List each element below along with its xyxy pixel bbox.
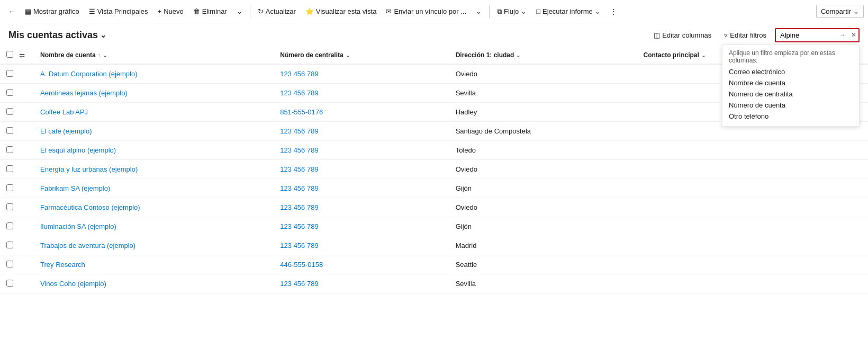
search-go-button[interactable]: → xyxy=(837,30,848,40)
col-ciudad-chevron: ⌄ xyxy=(516,52,520,58)
phone-link[interactable]: 123 456 789 xyxy=(280,203,318,211)
edit-columns-button[interactable]: ◫ Editar columnas xyxy=(649,29,716,41)
row-checkbox-cell xyxy=(0,122,17,141)
row-checkbox[interactable] xyxy=(6,222,13,229)
actualizar-button[interactable]: ↻ Actualizar xyxy=(254,5,300,17)
row-hierarchy-cell xyxy=(17,103,34,122)
row-checkbox[interactable] xyxy=(6,261,13,267)
search-dropdown: Aplique un filtro empieza por en estas c… xyxy=(722,44,860,127)
col-contacto-label: Contacto principal xyxy=(643,51,699,59)
show-chart-button[interactable]: ▦ Mostrar gráfico xyxy=(21,5,84,17)
row-centralita-cell: 123 456 789 xyxy=(274,179,449,198)
row-centralita-cell: 123 456 789 xyxy=(274,217,449,236)
row-checkbox[interactable] xyxy=(6,165,13,172)
chevron-down-icon: ⌄ xyxy=(237,7,242,15)
back-button[interactable]: ← xyxy=(4,5,20,17)
row-checkbox[interactable] xyxy=(6,146,13,153)
dropdown-item-otro[interactable]: Otro teléfono xyxy=(729,111,853,122)
enviar-dropdown-button[interactable]: ⌄ xyxy=(472,5,486,17)
row-hierarchy-cell xyxy=(17,64,34,84)
ejecutar-informe-button[interactable]: □ Ejecutar informe ⌄ xyxy=(532,5,605,17)
row-checkbox-cell xyxy=(0,179,17,198)
dropdown-item-nombre[interactable]: Nombre de cuenta xyxy=(729,77,853,88)
select-all-checkbox[interactable] xyxy=(6,51,13,58)
eliminar-button[interactable]: 🗑 Eliminar xyxy=(189,5,231,17)
row-checkbox[interactable] xyxy=(6,203,13,210)
visualizar-button[interactable]: ⭐ Visualizar esta vista xyxy=(301,5,381,17)
row-checkbox[interactable] xyxy=(6,280,13,287)
account-name-link[interactable]: El esquí alpino (ejemplo) xyxy=(40,146,116,154)
row-checkbox[interactable] xyxy=(6,108,13,115)
row-centralita-cell: 123 456 789 xyxy=(274,122,449,141)
account-name-link[interactable]: Energía y luz urbanas (ejemplo) xyxy=(40,165,138,173)
phone-link[interactable]: 123 456 789 xyxy=(280,222,318,230)
row-correo-cell xyxy=(797,141,868,160)
account-name-link[interactable]: Coffee Lab APJ xyxy=(40,108,88,116)
row-checkbox-cell xyxy=(0,255,17,274)
phone-link[interactable]: 446-555-0158 xyxy=(280,261,323,269)
chevron-down-icon-3: ⌄ xyxy=(521,7,527,15)
row-ciudad-cell: Seattle xyxy=(449,255,637,274)
row-contacto-cell xyxy=(637,236,796,255)
dropdown-item-email[interactable]: Correo electrónico xyxy=(729,66,853,77)
star-icon: ⭐ xyxy=(305,7,314,15)
row-hierarchy-cell xyxy=(17,198,34,217)
row-checkbox[interactable] xyxy=(6,127,13,134)
back-icon: ← xyxy=(8,7,15,15)
account-name-link[interactable]: El café (ejemplo) xyxy=(40,127,92,135)
phone-link[interactable]: 123 456 789 xyxy=(280,70,318,78)
account-name-link[interactable]: A. Datum Corporation (ejemplo) xyxy=(40,70,138,78)
row-nombre-cell: Vinos Coho (ejemplo) xyxy=(34,274,274,293)
row-centralita-cell: 123 456 789 xyxy=(274,84,449,103)
more-button[interactable]: ⋮ xyxy=(606,5,621,17)
vista-principales-button[interactable]: ☰ Vista Principales xyxy=(85,5,152,17)
search-clear-button[interactable]: ✕ xyxy=(849,30,858,40)
nuevo-button[interactable]: + Nuevo xyxy=(153,5,188,17)
compartir-button[interactable]: Compartir ⌄ xyxy=(816,5,864,18)
th-centralita[interactable]: Número de centralita ⌄ xyxy=(274,47,449,64)
row-ciudad-cell: Sevilla xyxy=(449,274,637,293)
eliminar-dropdown-button[interactable]: ⌄ xyxy=(232,5,247,17)
divider-1 xyxy=(250,5,250,18)
row-checkbox-cell xyxy=(0,84,17,103)
phone-link[interactable]: 851-555-0176 xyxy=(280,108,323,116)
row-centralita-cell: 851-555-0176 xyxy=(274,103,449,122)
row-checkbox[interactable] xyxy=(6,89,13,96)
account-name-link[interactable]: Aerolíneas lejanas (ejemplo) xyxy=(40,89,128,97)
account-name-link[interactable]: Iluminación SA (ejemplo) xyxy=(40,222,116,230)
flujo-button[interactable]: ⧉ Flujo ⌄ xyxy=(493,5,531,18)
flow-icon: ⧉ xyxy=(497,7,502,16)
account-name-link[interactable]: Trey Research xyxy=(40,261,85,269)
row-nombre-cell: A. Datum Corporation (ejemplo) xyxy=(34,64,274,84)
columns-icon: ◫ xyxy=(654,31,660,39)
phone-link[interactable]: 123 456 789 xyxy=(280,280,318,288)
row-checkbox[interactable] xyxy=(6,184,13,191)
phone-link[interactable]: 123 456 789 xyxy=(280,165,318,173)
refresh-icon: ↻ xyxy=(258,7,264,15)
enviar-vinculo-button[interactable]: ✉ Enviar un vínculo por ... xyxy=(382,5,471,17)
phone-link[interactable]: 123 456 789 xyxy=(280,242,318,249)
th-nombre[interactable]: Nombre de cuenta ↑ ⌄ xyxy=(34,47,274,64)
view-title[interactable]: Mis cuentas activas ⌄ xyxy=(8,30,106,41)
dropdown-item-cuenta[interactable]: Número de cuenta xyxy=(729,100,853,111)
table-row: Energía y luz urbanas (ejemplo) 123 456 … xyxy=(0,160,868,179)
account-name-link[interactable]: Farmacéutica Contoso (ejemplo) xyxy=(40,203,140,211)
account-name-link[interactable]: Fabrikam SA (ejemplo) xyxy=(40,184,110,192)
dropdown-item-centralita[interactable]: Número de centralita xyxy=(729,88,853,100)
account-name-link[interactable]: Trabajos de aventura (ejemplo) xyxy=(40,242,135,249)
row-centralita-cell: 123 456 789 xyxy=(274,141,449,160)
row-checkbox[interactable] xyxy=(6,70,13,77)
phone-link[interactable]: 123 456 789 xyxy=(280,127,318,135)
row-correo-cell xyxy=(797,236,868,255)
phone-link[interactable]: 123 456 789 xyxy=(280,184,318,192)
row-checkbox[interactable] xyxy=(6,242,13,248)
row-centralita-cell: 123 456 789 xyxy=(274,198,449,217)
row-centralita-cell: 446-555-0158 xyxy=(274,255,449,274)
row-contacto-cell xyxy=(637,198,796,217)
edit-filters-button[interactable]: ▿ Editar filtros xyxy=(720,29,771,41)
phone-link[interactable]: 123 456 789 xyxy=(280,89,318,97)
table-row: Trabajos de aventura (ejemplo) 123 456 7… xyxy=(0,236,868,255)
phone-link[interactable]: 123 456 789 xyxy=(280,146,318,154)
account-name-link[interactable]: Vinos Coho (ejemplo) xyxy=(40,280,106,288)
th-ciudad[interactable]: Dirección 1: ciudad ⌄ xyxy=(449,47,637,64)
